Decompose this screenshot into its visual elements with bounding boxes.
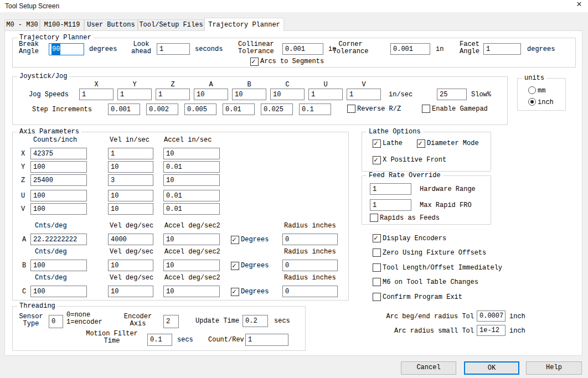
diameter-mode-checkbox[interactable] (417, 139, 425, 148)
tool-length-offset-checkbox[interactable] (373, 263, 381, 272)
update-time-input[interactable] (243, 315, 268, 327)
window-title: Tool Setup Screen (5, 2, 59, 10)
a-vel-deg-header: Vel deg/sec (110, 222, 153, 230)
break-angle-input[interactable]: 90 (49, 43, 84, 55)
step-increment-6-input[interactable] (299, 103, 331, 115)
axis-a-counts-input[interactable] (30, 234, 87, 245)
tab-user-buttons[interactable]: User Buttons (84, 19, 138, 31)
axis-c-vel-input[interactable] (108, 286, 153, 297)
step-increment-3-input[interactable] (184, 103, 216, 115)
encoder-axis-input[interactable] (163, 315, 179, 328)
display-encoders-checkbox[interactable] (373, 234, 381, 242)
axis-c-radius-input[interactable] (282, 286, 338, 297)
axis-x-accel-input[interactable] (163, 148, 220, 159)
sensor-type-label: SensorType (18, 313, 44, 328)
x-positive-front-checkbox[interactable] (373, 156, 381, 164)
ok-button[interactable]: OK (464, 361, 519, 375)
axis-y-counts-input[interactable] (30, 161, 87, 173)
axis-b-degrees-checkbox[interactable] (231, 262, 239, 270)
axis-b-counts-input[interactable] (30, 260, 87, 271)
units-inch-radio[interactable] (528, 98, 536, 106)
axis-c-counts-input[interactable] (30, 286, 87, 297)
axis-c-accel-input[interactable] (163, 286, 220, 297)
axis-b-accel-input[interactable] (163, 260, 220, 271)
b-radius-header: Radius inches (284, 248, 336, 256)
tab-m0-m30[interactable]: M0 - M30 (4, 19, 40, 31)
axis-a-vel-input[interactable] (108, 234, 153, 245)
enable-gamepad-checkbox[interactable] (422, 105, 430, 113)
jog-speed-c-input[interactable] (270, 89, 305, 100)
a-cnts-deg-header: Cnts/deg (35, 222, 67, 230)
jog-speed-v-input[interactable] (347, 89, 381, 100)
facet-angle-input[interactable] (483, 43, 521, 55)
cancel-button[interactable]: Cancel (401, 361, 456, 375)
max-rapid-fro-label: Max Rapid FRO (420, 201, 472, 209)
axis-b-radius-input[interactable] (282, 260, 338, 271)
lathe-checkbox[interactable] (373, 139, 381, 148)
count-rev-input[interactable] (245, 334, 288, 346)
axis-a-degrees-checkbox[interactable] (231, 236, 239, 244)
sensor-type-input[interactable] (49, 315, 63, 328)
step-increment-2-input[interactable] (146, 103, 178, 115)
axis-u-counts-input[interactable] (30, 190, 87, 201)
facet-angle-unit: degrees (527, 45, 555, 53)
jog-speed-x-input[interactable] (79, 89, 114, 100)
axis-v-counts-input[interactable] (30, 203, 87, 215)
axis-c-degrees-label: Degrees (241, 288, 269, 296)
update-time-label: Update Time (195, 317, 239, 325)
c-cnts-deg-header: Cnts/deg (35, 274, 67, 282)
units-mm-radio[interactable] (528, 86, 536, 94)
jog-speed-z-input[interactable] (156, 89, 190, 100)
arc-beg-end-tol-input[interactable] (477, 310, 506, 322)
close-icon: ✕ (576, 0, 582, 8)
look-ahead-input[interactable] (157, 43, 190, 55)
tab-trajectory-planner[interactable]: Trajectory Planner (204, 18, 284, 31)
close-button[interactable]: ✕ (570, 0, 588, 12)
jog-speed-u-input[interactable] (308, 89, 343, 100)
hardware-range-input[interactable] (370, 183, 411, 195)
axis-z-counts-input[interactable] (30, 174, 87, 186)
zero-fixture-offsets-checkbox[interactable] (373, 248, 381, 257)
jog-header-a: A (194, 81, 228, 89)
jog-speed-a-input[interactable] (194, 89, 228, 100)
step-increment-4-input[interactable] (223, 103, 255, 115)
help-button[interactable]: Help (526, 361, 582, 375)
slow-percent-input[interactable] (437, 89, 467, 100)
step-increments-label: Step Increments (32, 106, 92, 113)
window-titlebar[interactable]: Tool Setup Screen (0, 0, 588, 12)
axis-v-vel-input[interactable] (108, 203, 153, 215)
arc-radius-small-tol-input[interactable] (477, 325, 506, 336)
collinear-tolerance-input[interactable] (282, 43, 323, 55)
arc-radius-small-tol-label: Arc radius small Tol (363, 327, 474, 335)
step-increment-5-input[interactable] (261, 103, 293, 115)
look-ahead-label: Lookahead (129, 41, 153, 55)
tab-m100-m119[interactable]: M100-M119 (40, 19, 84, 31)
axis-y-vel-input[interactable] (108, 161, 153, 173)
axis-v-accel-input[interactable] (163, 203, 220, 215)
axis-z-vel-input[interactable] (108, 174, 153, 186)
axis-x-vel-input[interactable] (108, 148, 153, 159)
tab-tool-setup-files[interactable]: Tool/Setup Files (138, 19, 204, 31)
axis-a-accel-input[interactable] (163, 234, 220, 245)
axis-a-radius-input[interactable] (282, 234, 338, 245)
jog-speed-y-input[interactable] (117, 89, 152, 100)
axis-x-counts-input[interactable] (30, 148, 87, 159)
max-rapid-fro-input[interactable] (370, 199, 411, 211)
lathe-label: Lathe (383, 139, 403, 147)
axis-c-degrees-checkbox[interactable] (231, 288, 239, 296)
step-increment-1-input[interactable] (108, 103, 140, 115)
rapids-as-feeds-checkbox[interactable] (370, 214, 378, 222)
axis-u-vel-input[interactable] (108, 190, 153, 201)
axis-u-accel-input[interactable] (163, 190, 220, 201)
axis-z-accel-input[interactable] (163, 174, 220, 186)
axis-b-vel-input[interactable] (108, 260, 153, 271)
confirm-program-exit-checkbox[interactable] (373, 293, 381, 301)
axis-y-accel-input[interactable] (163, 161, 220, 173)
motion-filter-time-input[interactable] (147, 334, 172, 346)
reverse-rz-checkbox[interactable] (347, 105, 355, 113)
corner-tolerance-input[interactable] (390, 43, 430, 55)
arcs-to-segments-checkbox[interactable] (250, 58, 259, 66)
diameter-mode-label: Diameter Mode (427, 139, 479, 147)
jog-speed-b-input[interactable] (232, 89, 266, 100)
m6-tool-table-checkbox[interactable] (373, 278, 381, 286)
